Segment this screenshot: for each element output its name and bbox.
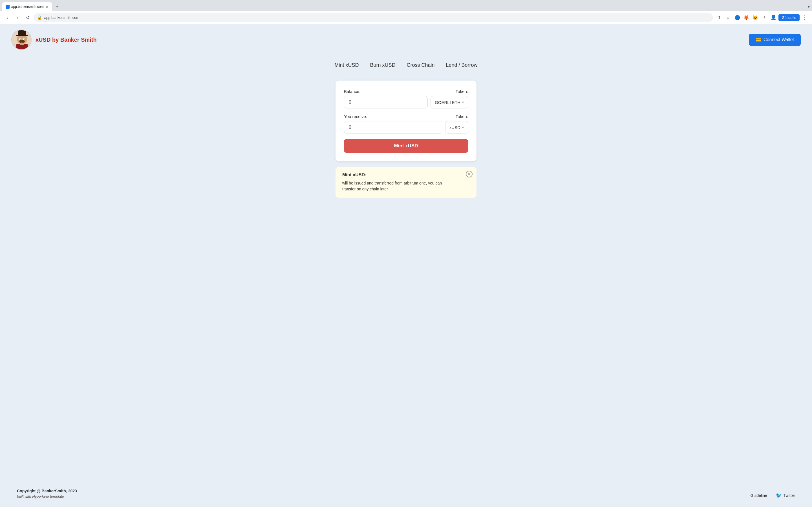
tab-list-button[interactable]: ▾ xyxy=(808,4,810,9)
info-box-title: Mint xUSD: xyxy=(342,172,470,177)
twitter-label: Twitter xyxy=(783,493,795,498)
footer-built-with: built with Hyperlane template xyxy=(17,494,77,499)
tab-title: app.bankersmith.com xyxy=(11,5,44,9)
info-box-text: will be issued and transferred from arbi… xyxy=(342,180,470,192)
new-tab-button[interactable]: + xyxy=(53,3,61,11)
extension-2[interactable]: 🦊 xyxy=(742,13,750,21)
profile-button[interactable]: 👤 xyxy=(769,13,777,21)
main-content: Balance: Token: GOERLI ETH ▾ You receive… xyxy=(0,72,812,480)
nav-cross-chain[interactable]: Cross Chain xyxy=(407,61,435,69)
tab-favicon xyxy=(6,5,10,9)
receive-input[interactable] xyxy=(344,121,442,133)
tab-close-icon[interactable]: ✕ xyxy=(45,4,49,9)
chevron-down-icon: ▾ xyxy=(462,100,464,104)
twitter-link[interactable]: 🐦 Twitter xyxy=(776,492,795,499)
connect-wallet-label: Connect Wallet xyxy=(763,37,794,42)
address-bar[interactable]: 🔒 app.bankersmith.com xyxy=(34,13,713,22)
token-label-1: Token: xyxy=(456,89,468,94)
share-button[interactable]: ⬆ xyxy=(715,13,723,21)
token-select-goerli[interactable]: GOERLI ETH ▾ xyxy=(430,96,468,108)
balance-label: Balance: xyxy=(344,89,360,94)
guideline-link[interactable]: Guideline xyxy=(751,493,767,498)
balance-controls: GOERLI ETH ▾ xyxy=(344,96,468,108)
extension-1[interactable]: 🔵 xyxy=(733,13,741,21)
info-box-close-button[interactable]: ✕ xyxy=(466,171,472,177)
svg-rect-5 xyxy=(18,30,26,35)
active-tab[interactable]: app.bankersmith.com ✕ xyxy=(2,2,52,11)
mint-button[interactable]: Mint xUSD xyxy=(344,139,468,153)
svg-point-9 xyxy=(24,39,25,40)
xusd-chevron-icon: ▾ xyxy=(462,125,464,129)
close-icon: ✕ xyxy=(467,172,471,176)
back-button[interactable]: ‹ xyxy=(3,13,11,21)
svg-point-8 xyxy=(20,39,21,40)
connect-wallet-button[interactable]: 💳 Connect Wallet xyxy=(749,34,801,46)
toolbar-icons: ⬆ ☆ 🔵 🦊 🐱 ⋮ 👤 Güncelle ⋮ xyxy=(715,13,809,21)
update-button[interactable]: Güncelle xyxy=(778,14,800,21)
main-nav: Mint xUSD Burn xUSD Cross Chain Lend / B… xyxy=(0,55,812,72)
nav-burn-xusd[interactable]: Burn xUSD xyxy=(370,61,395,69)
nav-lend-borrow[interactable]: Lend / Borrow xyxy=(446,61,477,69)
tab-bar: app.bankersmith.com ✕ + ▾ xyxy=(0,0,812,11)
address-bar-row: ‹ › ↺ 🔒 app.bankersmith.com ⬆ ☆ 🔵 🦊 🐱 ⋮ … xyxy=(0,11,812,24)
lock-icon: 🔒 xyxy=(37,15,42,20)
token-select-xusd[interactable]: xUSD ▾ xyxy=(445,121,468,133)
footer: Copyright @ BankerSmith, 2023 built with… xyxy=(0,480,812,507)
extensions-button[interactable]: ⋮ xyxy=(760,13,768,21)
receive-row: You receive: Token: xUSD ▾ xyxy=(344,114,468,133)
mint-form-card: Balance: Token: GOERLI ETH ▾ You receive… xyxy=(336,80,476,161)
brand: xUSD by Banker Smith xyxy=(11,30,97,50)
page-wrapper: xUSD by Banker Smith 💳 Connect Wallet Mi… xyxy=(0,24,812,507)
bookmark-button[interactable]: ☆ xyxy=(724,13,732,21)
forward-button[interactable]: › xyxy=(13,13,21,21)
wallet-icon: 💳 xyxy=(756,37,761,43)
browser-chrome: app.bankersmith.com ✕ + ▾ ‹ › ↺ 🔒 app.ba… xyxy=(0,0,812,24)
header: xUSD by Banker Smith 💳 Connect Wallet xyxy=(0,24,812,55)
receive-token-value: xUSD xyxy=(449,125,460,130)
footer-copyright: Copyright @ BankerSmith, 2023 xyxy=(17,489,77,493)
footer-right: Guideline 🐦 Twitter xyxy=(751,492,795,499)
receive-controls: xUSD ▾ xyxy=(344,121,468,133)
brand-by: by Banker Smith xyxy=(50,37,96,43)
avatar xyxy=(11,30,32,50)
brand-name: xUSD by Banker Smith xyxy=(36,37,97,43)
extension-3[interactable]: 🐱 xyxy=(751,13,759,21)
info-box: ✕ Mint xUSD: will be issued and transfer… xyxy=(336,167,476,198)
info-text-line1: will be issued and transferred from arbi… xyxy=(342,181,442,185)
balance-input[interactable] xyxy=(344,96,428,108)
nav-mint-xusd[interactable]: Mint xUSD xyxy=(335,61,359,69)
token-label-2: Token: xyxy=(456,114,468,119)
info-text-line2: transfer on any chain later xyxy=(342,187,388,191)
receive-row-header: You receive: Token: xyxy=(344,114,468,119)
reload-button[interactable]: ↺ xyxy=(24,13,32,21)
balance-row-header: Balance: Token: xyxy=(344,89,468,94)
url-text: app.bankersmith.com xyxy=(44,15,710,20)
receive-label: You receive: xyxy=(344,114,367,119)
twitter-icon: 🐦 xyxy=(776,492,782,499)
footer-left: Copyright @ BankerSmith, 2023 built with… xyxy=(17,489,77,499)
token-select-value: GOERLI ETH xyxy=(435,100,460,105)
balance-row: Balance: Token: GOERLI ETH ▾ xyxy=(344,89,468,108)
brand-xusd: xUSD xyxy=(36,37,50,43)
menu-button[interactable]: ⋮ xyxy=(801,13,809,21)
